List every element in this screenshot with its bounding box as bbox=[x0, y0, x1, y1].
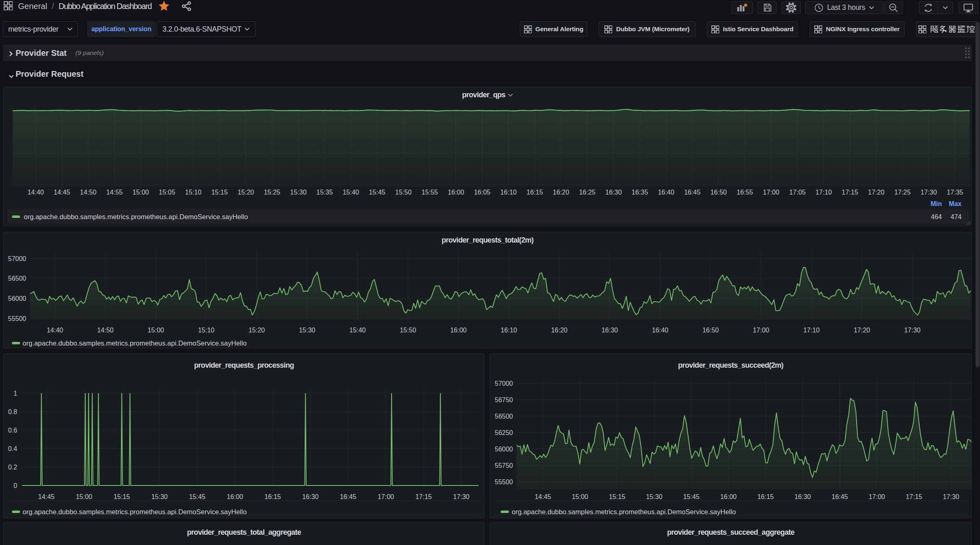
svg-text:16:30: 16:30 bbox=[602, 327, 618, 334]
svg-text:474: 474 bbox=[950, 213, 962, 220]
svg-text:55500: 55500 bbox=[8, 315, 27, 322]
svg-text:15:15: 15:15 bbox=[609, 493, 625, 500]
svg-text:org.apache.dubbo.samples.metri: org.apache.dubbo.samples.metrics.prometh… bbox=[23, 339, 247, 347]
svg-text:15:40: 15:40 bbox=[343, 189, 359, 196]
svg-text:56000: 56000 bbox=[495, 446, 513, 453]
svg-text:15:45: 15:45 bbox=[189, 493, 205, 500]
svg-text:0.2: 0.2 bbox=[8, 464, 17, 471]
svg-text:17:15: 17:15 bbox=[415, 493, 432, 500]
svg-text:17:20: 17:20 bbox=[854, 327, 870, 334]
svg-text:15:25: 15:25 bbox=[264, 189, 280, 196]
svg-text:16:10: 16:10 bbox=[501, 327, 517, 334]
svg-text:15:45: 15:45 bbox=[369, 189, 385, 196]
svg-text:14:45: 14:45 bbox=[535, 493, 551, 500]
svg-text:15:30: 15:30 bbox=[290, 189, 307, 196]
svg-text:16:00: 16:00 bbox=[227, 493, 243, 500]
svg-text:55500: 55500 bbox=[495, 479, 513, 485]
svg-text:16:10: 16:10 bbox=[500, 189, 517, 196]
svg-text:15:55: 15:55 bbox=[422, 189, 438, 196]
svg-text:55750: 55750 bbox=[495, 462, 513, 469]
svg-text:org.apache.dubbo.samples.metri: org.apache.dubbo.samples.metrics.prometh… bbox=[23, 508, 247, 515]
svg-text:16:05: 16:05 bbox=[474, 189, 490, 196]
svg-text:17:20: 17:20 bbox=[868, 189, 884, 196]
svg-text:15:15: 15:15 bbox=[211, 189, 228, 196]
svg-text:15:00: 15:00 bbox=[76, 493, 92, 500]
svg-text:16:30: 16:30 bbox=[794, 493, 811, 500]
svg-text:16:50: 16:50 bbox=[710, 189, 727, 196]
svg-text:17:00: 17:00 bbox=[868, 493, 885, 500]
svg-text:17:30: 17:30 bbox=[943, 493, 959, 500]
svg-text:14:40: 14:40 bbox=[47, 327, 63, 334]
svg-text:56500: 56500 bbox=[8, 275, 27, 282]
svg-text:15:10: 15:10 bbox=[198, 327, 214, 334]
svg-text:17:30: 17:30 bbox=[453, 493, 469, 500]
svg-text:15:45: 15:45 bbox=[683, 493, 700, 500]
svg-text:56000: 56000 bbox=[8, 295, 27, 302]
svg-text:17:10: 17:10 bbox=[803, 327, 820, 334]
svg-text:17:00: 17:00 bbox=[763, 189, 779, 196]
svg-text:16:30: 16:30 bbox=[605, 189, 622, 196]
svg-text:17:30: 17:30 bbox=[921, 189, 937, 196]
svg-text:14:45: 14:45 bbox=[54, 189, 70, 196]
svg-text:56250: 56250 bbox=[495, 429, 513, 436]
svg-text:Max: Max bbox=[949, 200, 962, 207]
svg-text:16:45: 16:45 bbox=[832, 493, 848, 500]
svg-text:org.apache.dubbo.samples.metri: org.apache.dubbo.samples.metrics.prometh… bbox=[24, 213, 248, 220]
svg-text:15:20: 15:20 bbox=[248, 327, 265, 334]
svg-text:14:50: 14:50 bbox=[80, 189, 96, 196]
svg-text:15:50: 15:50 bbox=[395, 189, 412, 196]
svg-text:16:40: 16:40 bbox=[658, 189, 674, 196]
svg-text:14:50: 14:50 bbox=[97, 327, 114, 334]
svg-text:15:30: 15:30 bbox=[151, 493, 168, 500]
svg-text:16:25: 16:25 bbox=[579, 189, 595, 196]
svg-text:15:20: 15:20 bbox=[237, 189, 254, 196]
svg-text:15:15: 15:15 bbox=[114, 493, 130, 500]
svg-text:14:45: 14:45 bbox=[38, 493, 55, 500]
svg-text:15:00: 15:00 bbox=[132, 189, 149, 196]
svg-text:17:05: 17:05 bbox=[789, 189, 806, 196]
svg-text:15:10: 15:10 bbox=[185, 189, 201, 196]
svg-text:16:55: 16:55 bbox=[736, 189, 753, 196]
svg-text:16:00: 16:00 bbox=[448, 189, 464, 196]
svg-text:0.6: 0.6 bbox=[8, 427, 17, 434]
svg-text:17:15: 17:15 bbox=[842, 189, 858, 196]
svg-text:16:20: 16:20 bbox=[551, 327, 567, 334]
svg-text:Min: Min bbox=[930, 200, 942, 207]
svg-text:16:15: 16:15 bbox=[526, 189, 543, 196]
svg-text:0.8: 0.8 bbox=[8, 408, 17, 415]
svg-text:17:25: 17:25 bbox=[894, 189, 911, 196]
svg-text:15:30: 15:30 bbox=[646, 493, 662, 500]
svg-text:15:00: 15:00 bbox=[148, 327, 164, 334]
svg-text:15:40: 15:40 bbox=[349, 327, 366, 334]
svg-text:17:15: 17:15 bbox=[906, 493, 922, 500]
svg-text:15:35: 15:35 bbox=[317, 189, 333, 196]
svg-text:15:50: 15:50 bbox=[400, 327, 416, 334]
svg-text:17:00: 17:00 bbox=[378, 493, 394, 500]
svg-text:56500: 56500 bbox=[495, 413, 513, 420]
svg-text:57000: 57000 bbox=[495, 380, 513, 387]
svg-text:16:40: 16:40 bbox=[652, 327, 668, 334]
svg-text:15:05: 15:05 bbox=[159, 189, 175, 196]
svg-text:16:00: 16:00 bbox=[720, 493, 736, 500]
svg-text:0: 0 bbox=[14, 482, 17, 489]
svg-text:16:50: 16:50 bbox=[702, 327, 719, 334]
svg-text:57000: 57000 bbox=[8, 255, 27, 262]
svg-text:16:45: 16:45 bbox=[340, 493, 356, 500]
svg-text:0.4: 0.4 bbox=[8, 445, 17, 452]
svg-text:15:30: 15:30 bbox=[299, 327, 315, 334]
svg-text:16:20: 16:20 bbox=[553, 189, 569, 196]
svg-text:1: 1 bbox=[14, 390, 17, 397]
svg-text:17:10: 17:10 bbox=[816, 189, 832, 196]
svg-text:17:00: 17:00 bbox=[753, 327, 769, 334]
svg-text:14:40: 14:40 bbox=[27, 189, 44, 196]
svg-text:464: 464 bbox=[931, 213, 942, 220]
svg-text:org.apache.dubbo.samples.metri: org.apache.dubbo.samples.metrics.prometh… bbox=[512, 508, 736, 515]
svg-text:17:35: 17:35 bbox=[947, 189, 963, 196]
svg-text:16:30: 16:30 bbox=[302, 493, 319, 500]
svg-text:16:35: 16:35 bbox=[631, 189, 648, 196]
svg-text:16:15: 16:15 bbox=[264, 493, 281, 500]
svg-text:14:55: 14:55 bbox=[106, 189, 123, 196]
svg-text:15:00: 15:00 bbox=[572, 493, 588, 500]
svg-text:16:45: 16:45 bbox=[684, 189, 700, 196]
svg-text:16:15: 16:15 bbox=[757, 493, 774, 500]
